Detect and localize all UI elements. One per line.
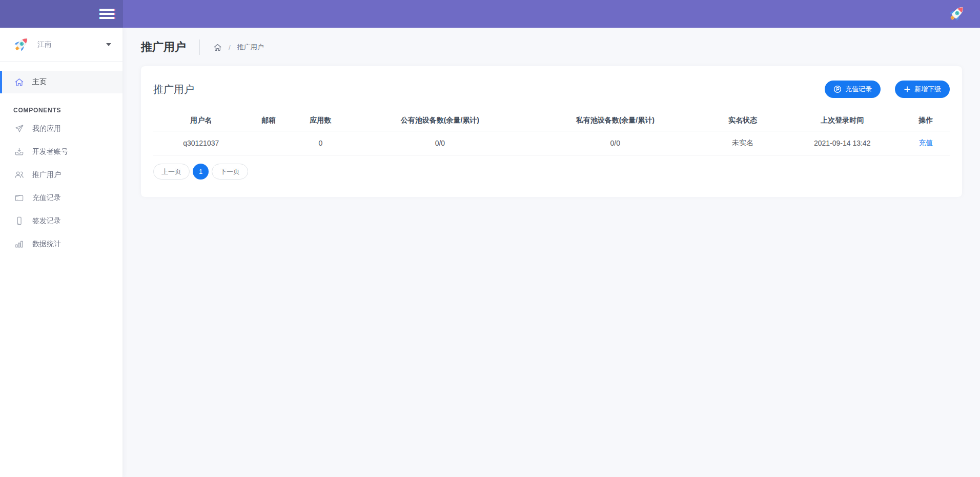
card-title: 推广用户 [153, 83, 194, 96]
sidebar-nav: 主页 COMPONENTS 我的应用 开发者账号 推广用户 充值记录 [0, 71, 122, 255]
sidebar: 江南 主页 COMPONENTS 我的应用 开发者账号 推 [0, 28, 123, 477]
wallet-icon [14, 193, 24, 203]
plus-icon [904, 86, 911, 93]
inbox-download-icon [14, 147, 24, 156]
sidebar-item-developer-accounts[interactable]: 开发者账号 [0, 140, 122, 163]
promotion-users-table: 用户名 邮箱 应用数 公有池设备数(余量/累计) 私有池设备数(余量/累计) 实… [153, 110, 950, 155]
column-header-public-pool: 公有池设备数(余量/累计) [352, 110, 527, 131]
next-page-button[interactable]: 下一页 [212, 164, 248, 180]
header-divider [199, 39, 200, 55]
topbar [0, 0, 980, 28]
sidebar-item-promotion-users[interactable]: 推广用户 [0, 163, 122, 186]
current-page-button[interactable]: 1 [193, 164, 209, 180]
home-icon [14, 77, 24, 87]
main-content: 推广用户 / 推广用户 推广用户 充值记录 新增下级 [123, 28, 980, 477]
sidebar-item-label: 主页 [32, 77, 47, 87]
page-title: 推广用户 [141, 39, 186, 55]
button-label: 充值记录 [845, 85, 872, 94]
cell-public-pool: 0/0 [352, 131, 527, 155]
brand-name: 江南 [37, 40, 52, 49]
button-label: 新增下级 [914, 85, 941, 94]
table-header-row: 用户名 邮箱 应用数 公有池设备数(余量/累计) 私有池设备数(余量/累计) 实… [153, 110, 950, 131]
chevron-down-icon[interactable] [106, 43, 111, 46]
sidebar-item-label: 数据统计 [32, 240, 61, 249]
cell-realname-status: 未实名 [703, 131, 782, 155]
previous-page-button[interactable]: 上一页 [153, 164, 190, 180]
sidebar-item-issue-records[interactable]: 签发记录 [0, 209, 122, 232]
sidebar-item-label: 开发者账号 [32, 147, 68, 156]
cell-username: q30121037 [153, 131, 249, 155]
card-actions: 充值记录 新增下级 [825, 81, 950, 98]
sidebar-item-my-apps[interactable]: 我的应用 [0, 117, 122, 140]
breadcrumb-separator: / [229, 44, 231, 51]
sidebar-section-label: COMPONENTS [13, 107, 122, 114]
column-header-username: 用户名 [153, 110, 249, 131]
cell-last-login: 2021-09-14 13:42 [783, 131, 902, 155]
page-header: 推广用户 / 推广用户 [141, 39, 962, 55]
cell-email [249, 131, 289, 155]
p-circle-icon [833, 85, 842, 93]
rocket-logo-icon [946, 4, 967, 24]
bar-chart-icon [14, 239, 24, 249]
sidebar-brand-row[interactable]: 江南 [0, 28, 122, 62]
sidebar-item-home[interactable]: 主页 [0, 71, 122, 93]
cell-private-pool: 0/0 [527, 131, 703, 155]
topbar-brand-area [0, 0, 123, 28]
column-header-email: 邮箱 [249, 110, 289, 131]
sidebar-item-label: 推广用户 [32, 170, 61, 180]
cell-action: 充值 [902, 131, 950, 155]
recharge-records-button[interactable]: 充值记录 [825, 81, 881, 98]
recharge-link[interactable]: 充值 [918, 138, 933, 147]
cell-app-count: 0 [289, 131, 352, 155]
breadcrumb: / 推广用户 [213, 43, 264, 52]
sidebar-item-label: 我的应用 [32, 124, 61, 133]
column-header-last-login: 上次登录时间 [783, 110, 902, 131]
topbar-main-area [123, 0, 980, 28]
breadcrumb-current: 推广用户 [237, 43, 264, 52]
card-header: 推广用户 充值记录 新增下级 [153, 81, 950, 98]
table-row: q30121037 0 0/0 0/0 未实名 2021-09-14 13:42… [153, 131, 950, 155]
send-icon [14, 124, 24, 133]
home-icon[interactable] [213, 43, 222, 52]
sidebar-item-label: 签发记录 [32, 216, 61, 226]
pagination: 上一页 1 下一页 [153, 164, 950, 180]
sidebar-item-label: 充值记录 [32, 193, 61, 203]
column-header-private-pool: 私有池设备数(余量/累计) [527, 110, 703, 131]
column-header-app-count: 应用数 [289, 110, 352, 131]
add-subordinate-button[interactable]: 新增下级 [895, 81, 950, 98]
hamburger-menu-icon[interactable] [98, 7, 116, 21]
column-header-realname-status: 实名状态 [703, 110, 782, 131]
users-icon [14, 170, 24, 180]
rocket-logo-icon [11, 35, 31, 54]
mobile-icon [14, 216, 24, 226]
column-header-actions: 操作 [902, 110, 950, 131]
sidebar-item-data-statistics[interactable]: 数据统计 [0, 232, 122, 255]
promotion-users-card: 推广用户 充值记录 新增下级 用户名 邮箱 [141, 66, 962, 197]
sidebar-item-recharge-records[interactable]: 充值记录 [0, 186, 122, 209]
